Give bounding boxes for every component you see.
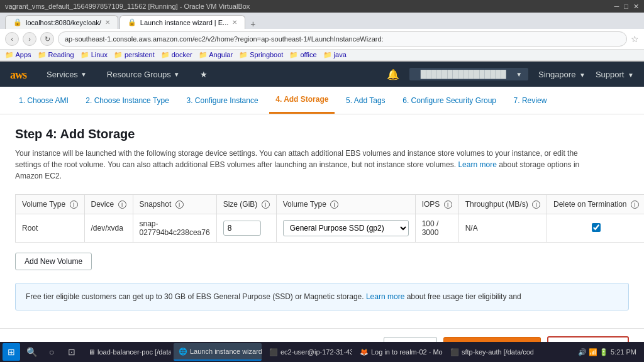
main-content: Step 4: Add Storage Your instance will b… xyxy=(0,114,644,328)
delete-info[interactable]: i xyxy=(631,200,639,209)
cell-volume-type: Root xyxy=(16,214,85,243)
step-2-label: 2. Choose Instance Type xyxy=(86,96,169,105)
taskbar-app-2-label: Launch instance wizard | EC2 Manag... xyxy=(190,348,262,355)
taskbar-app-5-label: sftp-key-auth [/data/code/2020/Tek... xyxy=(462,348,533,356)
aws-resource-groups-menu[interactable]: Resource Groups ▼ xyxy=(102,67,185,82)
os-window-controls[interactable]: ─ □ ✕ xyxy=(614,3,639,11)
start-button[interactable]: ⊞ xyxy=(3,343,20,361)
support-chevron: ▼ xyxy=(628,72,634,79)
window-maximize[interactable]: □ xyxy=(624,3,628,11)
taskbar-app-1[interactable]: 🖥 load-balancer-poc [/data/code/Rese... xyxy=(83,343,171,361)
size-input[interactable] xyxy=(223,221,261,236)
tab-close-aws[interactable]: ✕ xyxy=(232,19,237,26)
cell-type-select[interactable]: General Purpose SSD (gp2) Provisioned IO… xyxy=(276,214,415,243)
cell-iops: 100 / 3000 xyxy=(415,214,458,243)
add-volume-button[interactable]: Add New Volume xyxy=(15,253,92,270)
taskbar-app-4[interactable]: 🦊 Log in to realm-02 - Mozilla Firefox xyxy=(355,343,443,361)
tab-close-localhost[interactable]: ✕ xyxy=(105,19,110,26)
user-name: ████████████████ xyxy=(416,69,511,80)
taskbar-app-3[interactable]: ⬛ ec2-user@ip-172-31-43-198-... xyxy=(264,343,352,361)
wizard-step-7[interactable]: 7. Review xyxy=(508,87,553,114)
review-launch-button[interactable]: Review and Launch xyxy=(443,337,541,342)
taskbar-app-2[interactable]: 🌐 Launch instance wizard | EC2 Manag... xyxy=(174,343,262,361)
content-area: 1. Choose AMI 2. Choose Instance Type 3.… xyxy=(0,87,644,342)
taskbar-task-view[interactable]: ⊡ xyxy=(63,343,80,361)
col-header-volume-type: Volume Type i xyxy=(16,195,85,214)
aws-support-menu[interactable]: Support ▼ xyxy=(596,70,634,79)
window-close[interactable]: ✕ xyxy=(633,3,639,11)
cell-delete[interactable] xyxy=(547,214,644,243)
taskbar-cortana[interactable]: ○ xyxy=(43,343,60,361)
bookmark-office[interactable]: 📁 office xyxy=(289,51,316,59)
browser-forward[interactable]: › xyxy=(23,32,36,46)
col-header-delete: Delete on Termination i xyxy=(547,195,644,214)
wizard-step-4[interactable]: 4. Add Storage xyxy=(269,87,335,114)
aws-favorites[interactable]: ★ xyxy=(195,67,213,82)
wizard-step-1[interactable]: 1. Choose AMI xyxy=(13,87,75,114)
bookmark-java[interactable]: 📁 java xyxy=(323,51,347,59)
browser-chrome: 🔒 localhost:8080/keycloak/ ✕ 🔒 Launch in… xyxy=(0,13,644,62)
browser-back[interactable]: ‹ xyxy=(5,32,19,46)
bookmark-linux[interactable]: 📁 Linux xyxy=(80,51,108,59)
aws-services-menu[interactable]: Services ▼ xyxy=(42,67,92,82)
learn-more-link[interactable]: Learn more xyxy=(458,160,496,169)
resource-groups-chevron: ▼ xyxy=(174,71,180,78)
notifications-bell[interactable]: 🔔 xyxy=(387,69,399,80)
step-5-label: 5. Add Tags xyxy=(346,96,386,105)
step-divider-3 xyxy=(265,96,270,105)
taskbar-search[interactable]: 🔍 xyxy=(23,343,40,361)
step-divider-1 xyxy=(75,96,80,105)
bookmark-angular[interactable]: 📁 Angular xyxy=(199,51,233,59)
os-title-text: vagrant_vms_default_1564997857109_11562 … xyxy=(5,3,250,10)
size-info[interactable]: i xyxy=(262,200,270,209)
step-divider-5 xyxy=(392,96,397,105)
free-tier-link[interactable]: Learn more xyxy=(366,292,404,301)
bookmark-docker[interactable]: 📁 docker xyxy=(161,51,192,59)
taskbar-app-4-label: Log in to realm-02 - Mozilla Firefox xyxy=(371,348,443,356)
wizard-step-6[interactable]: 6. Configure Security Group xyxy=(396,87,502,114)
cell-snapshot: snap-027794b4c238cea76 xyxy=(133,214,216,243)
volume-type-info[interactable]: i xyxy=(70,200,78,209)
delete-on-termination-checkbox[interactable] xyxy=(592,223,601,232)
free-tier-suffix: about free usage tier eligibility and xyxy=(407,292,521,301)
url-bar[interactable] xyxy=(58,31,627,47)
wizard-step-2[interactable]: 2. Choose Instance Type xyxy=(79,87,175,114)
bookmark-reading[interactable]: 📁 Reading xyxy=(38,51,74,59)
taskbar-app-2-icon: 🌐 xyxy=(179,348,187,356)
step-divider-2 xyxy=(175,96,180,105)
volume-type-select[interactable]: General Purpose SSD (gp2) Provisioned IO… xyxy=(283,220,409,236)
taskbar: ⊞ 🔍 ○ ⊡ 🖥 load-balancer-poc [/data/code/… xyxy=(0,342,644,362)
aws-user-menu[interactable]: ████████████████ ▼ xyxy=(409,68,528,80)
iops-info[interactable]: i xyxy=(444,200,452,209)
support-label: Support xyxy=(596,70,625,79)
browser-tab-localhost[interactable]: 🔒 localhost:8080/keycloak/ ✕ xyxy=(5,15,118,29)
tab-icon-localhost: 🔒 xyxy=(13,18,22,26)
taskbar-app-5[interactable]: ⬛ sftp-key-auth [/data/code/2020/Tek... xyxy=(445,343,533,361)
aws-logo: aws xyxy=(10,67,26,82)
new-tab-button[interactable]: + xyxy=(247,19,259,29)
wizard-step-5[interactable]: 5. Add Tags xyxy=(340,87,392,114)
browser-refresh[interactable]: ↻ xyxy=(40,32,54,46)
browser-tab-aws[interactable]: 🔒 Launch instance wizard | E... ✕ xyxy=(119,15,245,29)
throughput-info[interactable]: i xyxy=(532,200,540,209)
bookmark-persistent[interactable]: 📁 persistent xyxy=(114,51,155,59)
step-4-label: 4. Add Storage xyxy=(275,95,328,104)
table-row: Root /dev/xvda snap-027794b4c238cea76 Ge… xyxy=(16,214,645,243)
cell-size[interactable] xyxy=(216,214,276,243)
type-info[interactable]: i xyxy=(330,200,338,209)
bookmark-apps[interactable]: 📁 Apps xyxy=(5,51,31,59)
previous-button[interactable]: Previous xyxy=(384,337,437,342)
aws-header: aws Services ▼ Resource Groups ▼ ★ 🔔 ███… xyxy=(0,62,644,87)
browser-bookmark-star[interactable]: ☆ xyxy=(631,34,639,44)
snapshot-info[interactable]: i xyxy=(175,200,184,209)
services-label: Services xyxy=(47,70,78,79)
next-button[interactable]: Next: Add Tags xyxy=(547,336,629,342)
window-minimize[interactable]: ─ xyxy=(614,3,619,11)
col-header-iops: IOPS i xyxy=(415,195,458,214)
aws-region-menu[interactable]: Singapore ▼ xyxy=(538,70,586,79)
taskbar-app-1-icon: 🖥 xyxy=(88,348,95,356)
bookmark-springboot[interactable]: 📁 Springboot xyxy=(239,51,283,59)
page-description: Your instance will be launched with the … xyxy=(15,148,581,182)
wizard-step-3[interactable]: 3. Configure Instance xyxy=(180,87,265,114)
device-info[interactable]: i xyxy=(118,200,126,209)
